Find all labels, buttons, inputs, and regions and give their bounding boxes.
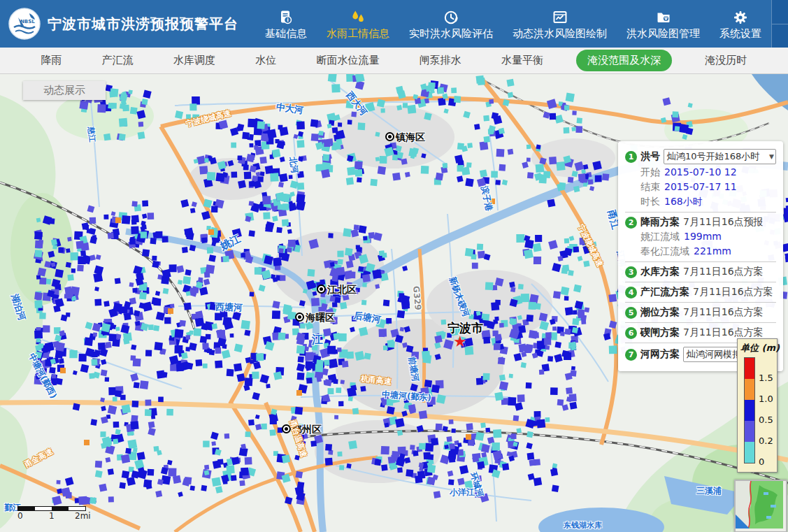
tab-7[interactable]: 水量平衡	[494, 50, 550, 71]
app-window: NBSL 宁波市城市洪涝预报预警平台 i基础信息水雨工情信息实时洪水风险评估动态…	[0, 0, 788, 532]
app-title: 宁波市城市洪涝预报预警平台	[48, 15, 238, 34]
panel-dropdown-洪号[interactable]: 灿鸿10号开始168小时▼	[664, 149, 776, 164]
panel-item-label: 洪号	[640, 150, 660, 163]
panel-item-label: 产汇流方案	[640, 286, 689, 299]
water-drops-icon	[350, 8, 366, 26]
legend-tick: 0.2	[759, 436, 773, 446]
panel-divider	[625, 212, 776, 213]
panel-item-潮位方案: 5潮位方案7月11日16点方案	[625, 306, 776, 319]
legend-segment	[745, 442, 754, 463]
menu-item-label: 实时洪水风险评估	[409, 27, 493, 41]
scalebar-labels: 0 1 2mi	[17, 511, 86, 521]
step-badge: 2	[625, 217, 637, 229]
svg-text:i: i	[287, 17, 289, 23]
detail-key: 结束	[640, 181, 660, 194]
detail-value: 199mm	[684, 231, 722, 243]
menu-item-label: 水雨工情信息	[327, 27, 389, 41]
app-logo: NBSL	[8, 8, 41, 40]
dynamic-chart-icon	[552, 8, 568, 26]
legend-tick: 1.0	[759, 394, 773, 404]
flood-map[interactable]: 镇海区江北区海曙区鄞州区中大河西大河滨子港北河慈江姚江西塘河后塘河湖泊河中塘河(…	[0, 74, 788, 532]
user-menu[interactable]: 管理员	[772, 0, 788, 24]
tab-2[interactable]: 产汇流	[95, 50, 141, 71]
menu-item-5[interactable]: 洪水风险图管理	[617, 0, 710, 48]
menu-item-3[interactable]: 实时洪水风险评估	[399, 0, 503, 48]
panel-item-value: 7月11日16点方案	[683, 306, 764, 319]
menu-item-1[interactable]: i基础信息	[255, 0, 317, 48]
menu-item-4[interactable]: 动态洪水风险图绘制	[503, 0, 617, 48]
mode-row: 汛期	[772, 24, 788, 48]
tab-1[interactable]: 降雨	[34, 50, 69, 71]
tab-6[interactable]: 闸泵排水	[413, 50, 468, 71]
panel-item-value: 7月11日16点方案	[693, 286, 773, 299]
tab-5[interactable]: 断面水位流量	[309, 50, 386, 71]
doc-info-icon: i	[278, 8, 294, 26]
panel-item-value: 7月11日16点方案	[683, 266, 764, 278]
legend-segment	[745, 358, 754, 379]
scalebar-bar	[17, 506, 86, 511]
detail-key: 奉化江流域	[640, 245, 689, 258]
panel-detail-row: 时长168小时	[640, 196, 776, 208]
panel-item-洪号: 1洪号灿鸿10号开始168小时▼	[625, 149, 776, 164]
step-badge: 1	[625, 151, 637, 163]
panel-detail-row: 姚江流域199mm	[640, 231, 776, 243]
city-star-icon: ★	[453, 334, 467, 350]
scalebar-0: 0	[17, 511, 23, 521]
step-badge: 3	[625, 266, 637, 278]
tab-3[interactable]: 水库调度	[166, 50, 222, 71]
panel-item-value: 7月11日16点方案	[683, 326, 764, 339]
map-scalebar: 0 1 2mi	[17, 506, 86, 521]
panel-item-产汇流方案: 4产汇流方案7月11日16点方案	[625, 286, 776, 299]
legend-segment	[745, 421, 754, 442]
panel-item-label: 降雨方案	[640, 216, 680, 229]
tab-4[interactable]: 水位	[248, 50, 283, 71]
detail-value: 2015-07-10 12	[664, 166, 737, 179]
panel-divider	[625, 322, 776, 323]
menu-item-6[interactable]: 系统设置	[710, 0, 771, 48]
overview-minimap[interactable]	[734, 480, 787, 532]
detail-key: 开始	[640, 166, 660, 179]
legend-segment	[745, 379, 754, 400]
panel-divider	[625, 261, 776, 262]
panel-detail-row: 开始2015-07-10 12	[640, 166, 776, 179]
tab-8[interactable]: 淹没范围及水深	[576, 50, 672, 71]
panel-item-label: 河网方案	[640, 348, 680, 361]
season-button[interactable]: 汛期	[772, 24, 788, 48]
step-badge: 4	[625, 287, 637, 299]
panel-item-label: 潮位方案	[640, 306, 680, 319]
panel-item-碶闸方案: 6碶闸方案7月11日16点方案	[625, 326, 776, 339]
detail-value: 168小时	[664, 196, 703, 208]
folder-lock-icon	[655, 8, 672, 26]
detail-key: 时长	[640, 196, 660, 208]
detail-value: 2015-07-17 11	[664, 181, 737, 194]
legend-segment	[745, 400, 754, 421]
legend-unit-title: 单位 (m)	[740, 342, 780, 354]
sub-navigation: 降雨产汇流水库调度水位断面水位流量闸泵排水水量平衡淹没范围及水深淹没历时	[0, 48, 788, 74]
panel-item-降雨方案: 2降雨方案7月11日16点预报	[625, 216, 776, 229]
tab-9[interactable]: 淹没历时	[698, 50, 754, 71]
panel-detail-row: 奉化江流域221mm	[640, 245, 776, 258]
menu-item-label: 系统设置	[719, 27, 761, 41]
gear-icon	[732, 8, 749, 26]
panel-item-value: 7月11日16点预报	[683, 216, 764, 229]
flood-info-panel: 1洪号灿鸿10号开始168小时▼开始2015-07-10 12结束2015-07…	[618, 141, 783, 371]
minimap-image	[736, 481, 783, 529]
chevron-down-icon: ▼	[769, 150, 774, 164]
legend-color-bar	[744, 357, 755, 463]
logo-text: NBSL	[20, 19, 35, 24]
legend-tick: 0.5	[759, 415, 773, 425]
menu-item-2[interactable]: 水雨工情信息	[317, 0, 399, 48]
legend-tick: 0	[759, 456, 764, 467]
step-badge: 5	[625, 307, 637, 319]
step-badge: 7	[625, 349, 637, 361]
menu-item-label: 基础信息	[265, 27, 307, 41]
panel-divider	[625, 282, 776, 282]
scalebar-2: 2mi	[75, 511, 91, 521]
detail-key: 姚江流域	[640, 231, 680, 243]
menu-item-label: 洪水风险图管理	[626, 27, 700, 41]
legend-tick: 1.5	[759, 373, 773, 383]
dynamic-display-button[interactable]: 动态展示	[23, 81, 106, 100]
depth-legend: 单位 (m) 1.51.00.50.20	[737, 338, 778, 473]
scalebar-1: 1	[49, 511, 55, 521]
panel-item-水库方案: 3水库方案7月11日16点方案	[625, 266, 776, 278]
